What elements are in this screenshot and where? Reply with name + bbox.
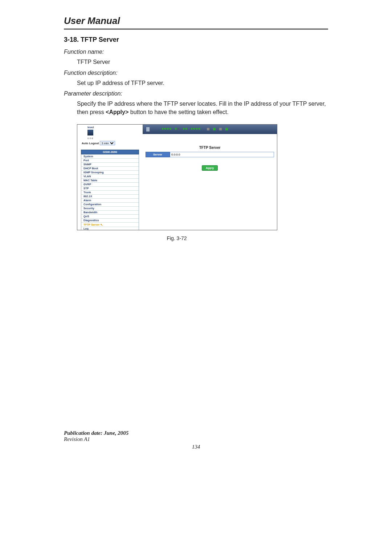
switch-port-bar xyxy=(143,125,277,134)
param-text-part2: button to have the setting taken effect. xyxy=(128,109,228,115)
nav-item[interactable]: Security xyxy=(81,206,139,210)
nav-list: SystemPortSNMPDHCP BootIGMP SnoopingVLAN… xyxy=(81,154,139,230)
nav-item[interactable]: QoS xyxy=(81,214,139,218)
auto-logout-label: Auto Logout xyxy=(82,142,99,145)
param-apply-bold: <Apply> xyxy=(106,109,128,115)
left-column: level one Auto Logout 3 min GSW-2690 Sys… xyxy=(81,125,141,230)
page-footer: Publication date: June, 2005 Revision A1… xyxy=(64,430,328,450)
nav-item[interactable]: Configuration xyxy=(81,202,139,206)
auto-logout-select[interactable]: 3 min xyxy=(100,141,115,145)
nav-item[interactable]: Port xyxy=(81,158,139,162)
publication-date: Publication date: June, 2005 xyxy=(64,430,328,436)
section-heading: 3-18. TFTP Server xyxy=(64,36,328,44)
figure-caption: Fig. 3-72 xyxy=(64,235,290,241)
function-name-value: TFTP Server xyxy=(77,58,328,66)
nav-item[interactable]: VLAN xyxy=(81,174,139,178)
server-row: Server xyxy=(146,152,274,157)
revision-line: Revision A1 xyxy=(64,436,328,442)
logo-icon xyxy=(87,130,93,135)
server-label: Server xyxy=(146,152,170,157)
nav-item[interactable]: DHCP Boot xyxy=(81,166,139,170)
nav-item[interactable]: STP xyxy=(81,186,139,190)
nav-item[interactable]: 802.1X xyxy=(81,194,139,198)
nav-item[interactable]: Log xyxy=(81,227,139,230)
nav-item[interactable]: TFTP Server↖ xyxy=(81,222,139,227)
cursor-icon: ↖ xyxy=(100,223,103,227)
nav-box: GSW-2690 SystemPortSNMPDHCP BootIGMP Sno… xyxy=(81,150,139,230)
auto-logout-row: Auto Logout 3 min xyxy=(81,141,141,145)
logo-subtext: one xyxy=(81,137,141,139)
parameter-description-text: Specify the IP address where the TFTP se… xyxy=(77,100,328,116)
apply-row: Apply xyxy=(143,164,277,171)
main-panel: TFTP Server Server Apply xyxy=(143,135,277,230)
nav-header: GSW-2690 xyxy=(81,150,139,154)
nav-item[interactable]: GVRP xyxy=(81,182,139,186)
nav-item[interactable]: Trunk xyxy=(81,190,139,194)
page-number: 134 xyxy=(64,444,328,450)
nav-item[interactable]: IGMP Snooping xyxy=(81,170,139,174)
nav-item[interactable]: SNMP xyxy=(81,162,139,166)
server-input[interactable] xyxy=(170,152,274,157)
logo-text: level xyxy=(81,125,141,129)
function-description-value: Set up IP address of TFTP server. xyxy=(77,79,328,87)
function-name-label: Function name: xyxy=(64,49,328,55)
apply-button[interactable]: Apply xyxy=(202,165,218,171)
nav-item[interactable]: Diagnostics xyxy=(81,218,139,222)
parameter-description-label: Parameter description: xyxy=(64,90,328,97)
screenshot-figure: level one Auto Logout 3 min GSW-2690 Sys… xyxy=(77,124,277,230)
panel-title: TFTP Server xyxy=(143,146,277,150)
nav-item[interactable]: System xyxy=(81,154,139,158)
page-title: User Manual xyxy=(64,15,328,29)
document-page: User Manual 3-18. TFTP Server Function n… xyxy=(57,15,335,450)
nav-item[interactable]: Alarm xyxy=(81,198,139,202)
console-icon xyxy=(146,127,150,131)
nav-item[interactable]: MAC Table xyxy=(81,178,139,182)
function-description-label: Function description: xyxy=(64,70,328,76)
port-led-row xyxy=(162,128,228,130)
nav-item[interactable]: Bandwidth xyxy=(81,210,139,214)
